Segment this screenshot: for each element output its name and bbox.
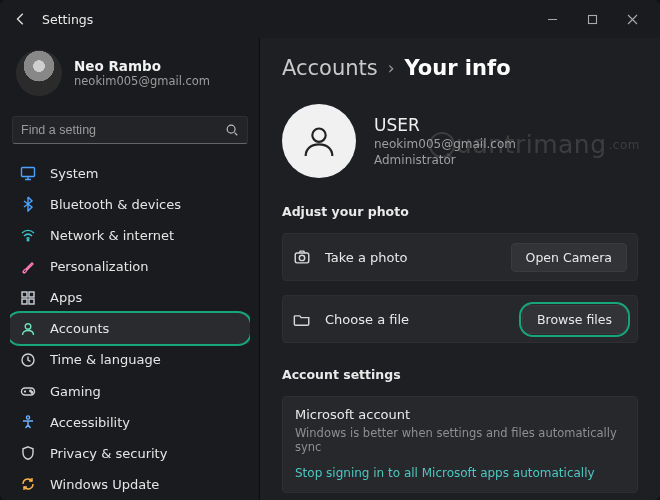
sidebar-item-system[interactable]: System xyxy=(10,158,250,189)
open-camera-button[interactable]: Open Camera xyxy=(511,243,627,272)
minimize-button[interactable] xyxy=(532,4,572,34)
game-icon xyxy=(20,383,36,399)
photo-section-heading: Adjust your photo xyxy=(282,204,638,219)
wifi-icon xyxy=(20,227,36,243)
update-icon xyxy=(20,476,36,492)
sidebar-item-accounts[interactable]: Accounts xyxy=(10,313,250,344)
take-photo-row: Take a photo Open Camera xyxy=(282,233,638,281)
account-display-name: USER xyxy=(374,115,516,135)
svg-rect-0 xyxy=(588,15,596,23)
search-icon xyxy=(225,123,239,137)
sidebar-item-label: Time & language xyxy=(50,352,161,367)
folder-icon xyxy=(293,310,311,328)
sidebar-nav: SystemBluetooth & devicesNetwork & inter… xyxy=(10,158,250,500)
ms-account-link[interactable]: Stop signing in to all Microsoft apps au… xyxy=(295,466,625,480)
sidebar-item-update[interactable]: Windows Update xyxy=(10,469,250,500)
shield-icon xyxy=(20,445,36,461)
breadcrumb: Accounts › Your info xyxy=(282,56,638,80)
brush-icon xyxy=(20,259,36,275)
svg-point-14 xyxy=(312,129,325,142)
breadcrumb-root[interactable]: Accounts xyxy=(282,56,378,80)
close-button[interactable] xyxy=(612,4,652,34)
take-photo-label: Take a photo xyxy=(325,250,497,265)
browse-files-button[interactable]: Browse files xyxy=(522,305,627,334)
choose-file-label: Choose a file xyxy=(325,312,508,327)
microsoft-account-row[interactable]: Microsoft account Windows is better when… xyxy=(282,396,638,493)
settings-window: Settings Neo Rambo neokim005@gmail.com xyxy=(0,0,660,500)
search-box[interactable] xyxy=(12,116,248,144)
svg-rect-2 xyxy=(22,168,35,177)
sidebar-item-label: Network & internet xyxy=(50,228,174,243)
sidebar-item-label: Privacy & security xyxy=(50,446,167,461)
sidebar-item-label: System xyxy=(50,166,98,181)
camera-icon xyxy=(293,248,311,266)
sidebar-item-label: Accounts xyxy=(50,321,109,336)
svg-point-3 xyxy=(27,240,29,242)
bluetooth-icon xyxy=(20,196,36,212)
svg-point-8 xyxy=(25,324,31,330)
account-email: neokim005@gmail.com xyxy=(374,137,516,151)
svg-rect-6 xyxy=(22,299,27,304)
person-icon xyxy=(20,321,36,337)
svg-rect-5 xyxy=(29,292,34,297)
choose-file-row: Choose a file Browse files xyxy=(282,295,638,343)
sidebar-item-time[interactable]: Time & language xyxy=(10,344,250,375)
sidebar-item-personalization[interactable]: Personalization xyxy=(10,251,250,282)
sidebar-item-network[interactable]: Network & internet xyxy=(10,220,250,251)
sidebar-item-label: Bluetooth & devices xyxy=(50,197,181,212)
sidebar-item-bluetooth[interactable]: Bluetooth & devices xyxy=(10,189,250,220)
sidebar-user-name: Neo Rambo xyxy=(74,58,210,74)
svg-rect-4 xyxy=(22,292,27,297)
user-block: USER neokim005@gmail.com Administrator xyxy=(282,104,638,178)
sidebar-item-apps[interactable]: Apps xyxy=(10,282,250,313)
monitor-icon xyxy=(20,165,36,181)
ms-account-desc: Windows is better when settings and file… xyxy=(295,426,625,454)
sidebar-item-label: Gaming xyxy=(50,384,101,399)
profile-photo[interactable] xyxy=(282,104,356,178)
main-panel: Accounts › Your info USER neokim005@gmai… xyxy=(260,38,660,500)
sidebar-item-accessibility[interactable]: Accessibility xyxy=(10,407,250,438)
sidebar-profile[interactable]: Neo Rambo neokim005@gmail.com xyxy=(10,44,250,110)
sidebar: Neo Rambo neokim005@gmail.com SystemBlue… xyxy=(0,38,260,500)
chevron-right-icon: › xyxy=(388,58,395,78)
sidebar-item-label: Windows Update xyxy=(50,477,159,492)
sidebar-item-gaming[interactable]: Gaming xyxy=(10,376,250,407)
account-settings-heading: Account settings xyxy=(282,367,638,382)
ms-account-title: Microsoft account xyxy=(295,407,625,422)
grid-icon xyxy=(20,290,36,306)
svg-rect-15 xyxy=(295,253,309,263)
svg-point-13 xyxy=(26,416,29,419)
sidebar-item-label: Accessibility xyxy=(50,415,130,430)
avatar xyxy=(16,50,62,96)
sidebar-item-label: Apps xyxy=(50,290,82,305)
search-input[interactable] xyxy=(21,123,217,137)
sidebar-item-label: Personalization xyxy=(50,259,149,274)
svg-point-16 xyxy=(299,255,304,260)
sidebar-user-email: neokim005@gmail.com xyxy=(74,74,210,88)
svg-point-1 xyxy=(227,125,235,133)
maximize-button[interactable] xyxy=(572,4,612,34)
svg-point-12 xyxy=(31,392,32,393)
sidebar-item-privacy[interactable]: Privacy & security xyxy=(10,438,250,469)
breadcrumb-leaf: Your info xyxy=(405,56,511,80)
svg-rect-7 xyxy=(29,299,34,304)
clock-icon xyxy=(20,352,36,368)
window-title: Settings xyxy=(42,12,520,27)
window-controls xyxy=(532,4,652,34)
account-role: Administrator xyxy=(374,153,516,167)
access-icon xyxy=(20,414,36,430)
back-button[interactable] xyxy=(12,10,30,28)
titlebar: Settings xyxy=(0,0,660,38)
svg-point-11 xyxy=(30,390,31,391)
